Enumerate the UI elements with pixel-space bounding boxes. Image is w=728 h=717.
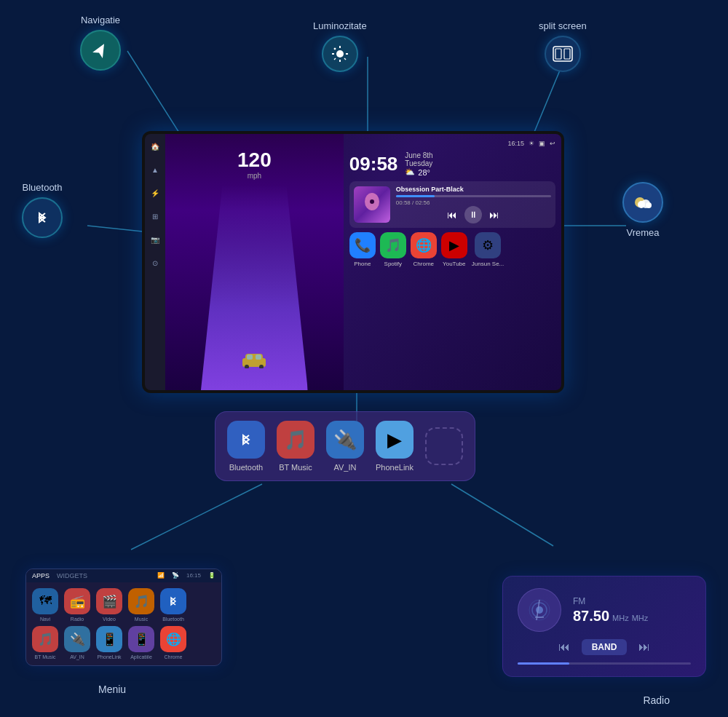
status-screen-icon: ▣ [539,140,545,147]
menu-app-navi-icon: 🗺 [32,588,58,614]
app-spotify[interactable]: 🎵 Spotify [380,232,406,267]
radio-controls: ⏮ BAND ⏭ [518,639,691,655]
status-brightness-icon: ☀ [529,140,534,147]
weather-icon-circle[interactable] [622,182,663,223]
speed-number: 120 [237,148,272,172]
menu-time-display: 16:15 [186,572,201,579]
radio-next-button[interactable]: ⏭ [638,641,650,654]
strip-phonelink-label: PhoneLink [376,463,414,472]
menu-app-avin-label: AV_IN [70,654,84,659]
radio-top: FM 87.50 MHz MHz [518,588,691,632]
menu-app-bt[interactable]: Bluetooth [160,588,186,622]
bluetooth-icon-circle[interactable] [22,197,63,238]
app-junsun[interactable]: ⚙ Junsun Se... [472,232,504,267]
bluetooth-feature: Bluetooth [22,182,63,238]
svg-point-23 [638,201,645,208]
navigatie-feature: Navigatie [80,15,121,71]
luminozitate-icon-circle[interactable] [322,36,358,72]
luminozitate-label: Luminozitate [313,20,367,31]
strip-btmusic[interactable]: 🎵 BT Music [277,421,314,472]
sidebar-grid-icon[interactable]: ⊞ [149,210,162,223]
menu-app-bt-icon [160,588,186,614]
strip-empty-slot [425,427,463,465]
menu-app-avin-icon: 🔌 [64,626,90,652]
svg-point-24 [646,202,652,208]
temp-value: 28° [418,168,430,177]
app-youtube[interactable]: ▶ YouTube [441,232,467,267]
strip-bluetooth-icon [227,421,265,459]
app-phone[interactable]: 📞 Phone [349,232,376,267]
menu-app-chrome2-icon: 🌐 [160,626,186,652]
radio-antenna-icon [518,588,561,632]
menu-app-radio-icon: 📻 [64,588,90,614]
time-widget: 09:58 June 8th Tuesday ⛅ 28° [349,151,555,177]
app-grid: 📞 Phone 🎵 Spotify 🌐 Chrome ▶ YouTube [349,232,555,267]
music-controls: ⏮ ⏸ ⏭ [396,206,551,223]
strip-avin[interactable]: 🔌 AV_IN [326,421,364,472]
menu-app-music-label: Music [135,617,148,622]
menu-tab-apps[interactable]: APPS [32,572,50,579]
sidebar-bt-icon[interactable]: ⚡ [149,186,162,199]
radio-prev-button[interactable]: ⏮ [558,641,570,654]
app-spotify-label: Spotify [384,261,402,267]
prev-icon[interactable]: ⏮ [447,209,457,221]
weather-cloud-icon: ⛅ [405,167,415,177]
menu-app-radio-label: Radio [71,617,84,622]
menu-app-aplicatii-label: Aplicatiile [130,654,152,659]
menu-app-music[interactable]: 🎵 Music [128,588,154,622]
vremea-feature: Vremea [622,182,663,238]
sidebar-home-icon[interactable]: 🏠 [149,140,162,153]
menu-app-btmusic[interactable]: 🎵 BT Music [32,626,58,659]
menu-app-aplicatii[interactable]: 📱 Aplicatiile [128,626,154,659]
radio-mini: FM 87.50 MHz MHz ⏮ BAND ⏭ [502,576,706,677]
next-icon[interactable]: ⏭ [489,209,499,221]
app-chrome-label: Chrome [414,261,434,267]
split-screen-feature: split screen [539,20,587,72]
meniu-label: Meniu [98,684,126,695]
menu-app-radio[interactable]: 📻 Radio [64,588,90,622]
sidebar-nav-icon[interactable]: ▲ [149,163,162,176]
sidebar-circle-icon[interactable]: ⊙ [149,256,162,269]
svg-point-32 [370,199,374,204]
play-button[interactable]: ⏸ [464,206,482,223]
menu-app-video[interactable]: 🎬 Video [96,588,122,622]
radio-band-button[interactable]: BAND [582,639,628,655]
app-spotify-icon: 🎵 [380,232,406,258]
sidebar-cam-icon[interactable]: 📷 [149,233,162,246]
device-sidebar: 🏠 ▲ ⚡ ⊞ 📷 ⊙ [145,134,165,390]
menu-app-bt-label: Bluetooth [162,617,184,622]
menu-tab-widgets[interactable]: WIDGETS [57,572,87,579]
menu-app-phonelink[interactable]: 📱 PhoneLink [96,626,122,659]
menu-app-navi[interactable]: 🗺 Navi [32,588,58,622]
radio-progress-bar [518,662,691,665]
luminozitate-feature: Luminozitate [313,20,367,72]
svg-rect-19 [555,49,561,59]
app-chrome[interactable]: 🌐 Chrome [411,232,437,267]
strip-bluetooth-label: Bluetooth [229,463,263,472]
radio-freq-display: FM 87.50 MHz MHz [561,596,691,625]
menu-wifi-icon: 📡 [172,572,179,579]
speed-unit: mph [237,172,272,180]
svg-rect-30 [256,354,261,360]
radio-frequency: 87.50 [573,608,609,625]
menu-app-chrome2[interactable]: 🌐 Chrome [160,626,186,659]
road-area: 120 mph [165,134,344,390]
menu-apps-row-1: 🗺 Navi 📻 Radio 🎬 Video 🎵 Music [32,588,215,622]
app-phone-label: Phone [354,261,371,267]
strip-btmusic-icon: 🎵 [277,421,314,459]
radio-band: FM [573,596,691,606]
menu-mini: APPS WIDGETS 📶 📡 16:15 🔋 🗺 Navi 📻 Radio … [25,569,222,666]
menu-app-avin[interactable]: 🔌 AV_IN [64,626,90,659]
strip-phonelink-icon: ▶ [376,421,414,459]
right-panel: 16:15 ☀ ▣ ↩ 09:58 June 8th Tuesday ⛅ 28° [344,134,561,390]
split-screen-icon-circle[interactable] [545,36,581,72]
navigatie-label: Navigatie [81,15,120,25]
progress-fill [396,195,435,197]
navigatie-icon-circle[interactable] [80,30,121,71]
app-phone-icon: 📞 [349,232,376,258]
strip-bluetooth[interactable]: Bluetooth [227,421,265,472]
app-junsun-label: Junsun Se... [472,261,504,267]
menu-apps-grid: 🗺 Navi 📻 Radio 🎬 Video 🎵 Music [26,582,221,665]
strip-phonelink[interactable]: ▶ PhoneLink [376,421,414,472]
menu-app-video-icon: 🎬 [96,588,122,614]
